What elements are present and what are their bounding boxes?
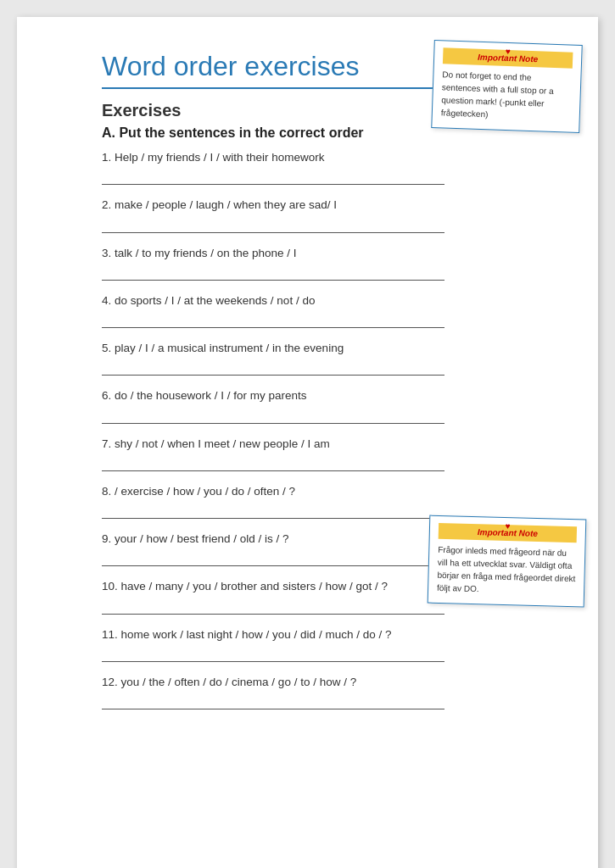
exercise-text: 11. home work / last night / how / you /… (102, 626, 530, 643)
exercise-item: 12. you / the / often / do / cinema / go… (102, 674, 530, 709)
answer-line[interactable] (102, 456, 444, 471)
exercise-text: 12. you / the / often / do / cinema / go… (102, 674, 530, 691)
sticky-note-1-label: Important Note (443, 47, 573, 68)
exercise-item: 7. shy / not / when I meet / new people … (102, 436, 530, 471)
answer-line[interactable] (102, 647, 444, 662)
exercise-text: 1. Help / my friends / I / with their ho… (102, 149, 530, 166)
exercise-item: 5. play / I / a musical instrument / in … (102, 340, 530, 376)
exercise-item: 8. / exercise / how / you / do / often /… (102, 483, 530, 519)
exercises-list: 1. Help / my friends / I / with their ho… (102, 149, 530, 709)
answer-line[interactable] (102, 313, 444, 328)
answer-line[interactable] (102, 360, 444, 376)
sticky-note-1-text: Do not forget to end the sentences with … (441, 70, 554, 119)
exercise-item: 11. home work / last night / how / you /… (102, 626, 530, 662)
sticky-note-2: Important Note Frågor inleds med frågeor… (428, 515, 587, 608)
exercise-item: 1. Help / my friends / I / with their ho… (102, 149, 530, 185)
answer-line[interactable] (102, 551, 444, 566)
answer-line[interactable] (102, 504, 444, 519)
sticky-note-1: Important Note Do not forget to end the … (431, 40, 583, 133)
exercise-text: 7. shy / not / when I meet / new people … (102, 436, 530, 453)
exercise-text: 3. talk / to my friends / on the phone /… (102, 245, 530, 262)
exercise-text: 6. do / the housework / I / for my paren… (102, 387, 530, 404)
exercise-text: 4. do sports / I / at the weekends / not… (102, 292, 530, 309)
exercise-item: 3. talk / to my friends / on the phone /… (102, 245, 530, 281)
exercise-item: 4. do sports / I / at the weekends / not… (102, 292, 530, 328)
exercise-item: 6. do / the housework / I / for my paren… (102, 387, 530, 423)
exercise-text: 5. play / I / a musical instrument / in … (102, 340, 530, 357)
answer-line[interactable] (102, 409, 444, 424)
exercise-item: 2. make / people / laugh / when they are… (102, 197, 530, 232)
answer-line[interactable] (102, 694, 444, 709)
answer-line[interactable] (102, 265, 444, 281)
sticky-note-2-text: Frågor inleds med frågeord när du vill h… (437, 545, 575, 593)
exercise-text: 2. make / people / laugh / when they are… (102, 197, 530, 214)
sticky-note-2-label: Important Note (439, 523, 577, 542)
answer-line[interactable] (102, 170, 444, 185)
exercise-text: 8. / exercise / how / you / do / often /… (102, 483, 530, 500)
answer-line[interactable] (102, 599, 444, 615)
page: Important Note Do not forget to end the … (17, 17, 598, 868)
answer-line[interactable] (102, 218, 444, 233)
